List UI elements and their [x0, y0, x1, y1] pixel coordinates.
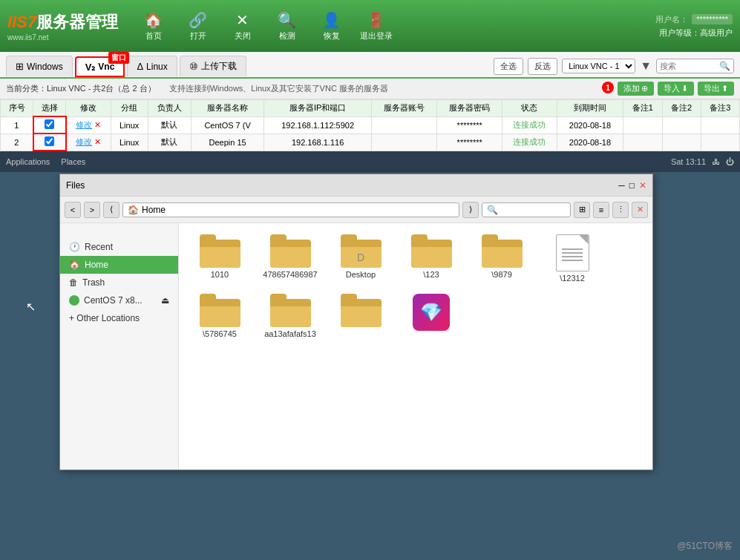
file-item-desktop[interactable]: D Desktop — [331, 234, 390, 283]
tab-upload[interactable]: ⑩ 上传下载 — [180, 56, 246, 76]
export-icon: ⬆ — [721, 84, 728, 93]
logo-cn: 服务器管理 — [36, 13, 118, 31]
file-label-478657: 478657486987 — [263, 270, 317, 279]
tab-linux[interactable]: Δ Linux — [127, 56, 177, 76]
logout-icon: 🚪 — [367, 11, 385, 29]
delete-btn-1[interactable]: ✕ — [94, 137, 101, 146]
delete-btn-0[interactable]: ✕ — [94, 120, 101, 129]
sidebar-item-other[interactable]: + Other Locations — [60, 309, 178, 327]
checkbox-1[interactable] — [45, 136, 54, 146]
linux-icon: Δ — [137, 61, 143, 72]
places-label[interactable]: Places — [61, 157, 85, 166]
user-value: ********** — [692, 14, 733, 24]
nav-detect-button[interactable]: 🔍 检测 — [266, 6, 307, 47]
import-button[interactable]: 导入 ⬇ — [658, 82, 694, 96]
eject-icon[interactable]: ⏏ — [161, 295, 169, 306]
fm-body: 🕐 Recent 🏠 Home 🗑 Trash CentOS 7 x8... — [60, 223, 652, 470]
desktop-d-icon: D — [357, 251, 364, 263]
file-item-9879[interactable]: \9879 — [472, 234, 531, 283]
clock: Sat 13:11 — [671, 157, 706, 166]
nav-left-arrow[interactable]: ⟨ — [103, 202, 119, 218]
sidebar-item-centos[interactable]: CentOS 7 x8... ⏏ — [60, 291, 178, 309]
modify-btn-1[interactable]: 修改 — [76, 137, 92, 146]
fm-search-icon: 🔍 — [487, 205, 498, 215]
sidebar-item-recent[interactable]: 🕐 Recent — [60, 238, 178, 256]
tab-windows[interactable]: ⊞ Windows — [6, 56, 73, 76]
nav-restore-label: 恢复 — [324, 30, 340, 42]
tab-bar: ⊞ Windows V₂ Vnc 窗口 Δ Linux ⑩ 上传下载 全选 反选… — [0, 52, 740, 79]
file-item-123[interactable]: \123 — [402, 234, 461, 283]
table-container: 序号 选择 修改 分组 负责人 服务器名称 服务器IP和端口 服务器账号 服务器… — [0, 99, 740, 151]
fm-grid-icon[interactable]: ⊞ — [574, 202, 590, 218]
fm-location-bar[interactable]: 🏠 Home — [122, 202, 459, 217]
fm-menu-icon[interactable]: ⋮ — [612, 202, 629, 218]
fm-close-btn[interactable]: ✕ — [632, 202, 648, 218]
fm-maximize-icon[interactable]: □ — [629, 180, 635, 191]
add-button[interactable]: 添加 ⊕ — [618, 82, 654, 96]
home-sidebar-label: Home — [85, 260, 108, 270]
fm-content: 1010 478657486987 — [179, 223, 652, 470]
cell-checkbox-0[interactable] — [33, 116, 66, 134]
nav-close-button[interactable]: ✕ 关闭 — [222, 6, 263, 47]
power-icon[interactable]: ⏻ — [726, 157, 734, 166]
fm-list-icon[interactable]: ≡ — [593, 202, 609, 218]
nav-back-button[interactable]: < — [65, 202, 81, 218]
logo-subtitle: www.iis7.net — [7, 33, 118, 42]
add-icon: ⊕ — [641, 84, 648, 93]
checkbox-0[interactable] — [45, 119, 54, 129]
file-item-5786745[interactable]: \5786745 — [190, 294, 249, 338]
cell-account-1 — [372, 134, 437, 151]
cell-note2-0 — [662, 116, 701, 134]
col-no: 序号 — [1, 100, 33, 117]
search-box[interactable]: 🔍 — [656, 59, 734, 73]
fm-search-input[interactable] — [500, 205, 560, 214]
fm-sidebar-section-1 — [60, 232, 178, 238]
logo-area: IIS7服务器管理 www.iis7.net — [7, 11, 118, 42]
file-item-extra1[interactable] — [331, 294, 390, 338]
file-item-478657[interactable]: 478657486987 — [261, 234, 320, 283]
nav-logout-button[interactable]: 🚪 退出登录 — [356, 6, 396, 47]
modify-btn-0[interactable]: 修改 — [76, 120, 92, 129]
file-item-12312[interactable]: \12312 — [543, 234, 602, 283]
dropdown-arrow-icon[interactable]: ▼ — [640, 59, 652, 73]
nav-detect-label: 检测 — [279, 30, 295, 42]
sidebar-item-trash[interactable]: 🗑 Trash — [60, 274, 178, 291]
cell-note2-1 — [662, 134, 701, 151]
filter-dropdown[interactable]: Linux VNC - 1 — [562, 59, 635, 73]
nav-forward-button[interactable]: > — [84, 202, 100, 218]
cell-checkbox-1[interactable] — [33, 134, 66, 151]
applications-label[interactable]: Applications — [6, 157, 50, 166]
file-item-app-icon[interactable]: 💎 — [402, 294, 461, 338]
search-input[interactable] — [660, 62, 719, 70]
vnc-taskbar: Applications Places Sat 13:11 🖧 ⏻ — [0, 151, 740, 172]
nav-restore-button[interactable]: 👤 恢复 — [311, 6, 352, 47]
file-item-aa13[interactable]: aa13afafafs13 — [261, 294, 320, 338]
fm-minimize-icon[interactable]: ─ — [618, 180, 625, 191]
cell-name-1: Deepin 15 — [191, 134, 264, 151]
nav-open-button[interactable]: 🔗 打开 — [177, 6, 218, 47]
col-status: 状态 — [502, 100, 557, 117]
deselect-button[interactable]: 反选 — [528, 58, 557, 75]
nav-home-button[interactable]: 🏠 首页 — [133, 6, 174, 47]
fm-search-box[interactable]: 🔍 — [482, 202, 571, 217]
file-label-12312: \12312 — [560, 274, 585, 283]
tab-vnc[interactable]: V₂ Vnc 窗口 — [75, 56, 125, 77]
fm-close-icon[interactable]: ✕ — [639, 180, 646, 191]
export-button[interactable]: 导出 ⬆ — [698, 82, 734, 96]
cell-status-1: 连接成功 — [502, 134, 557, 151]
sidebar-item-home[interactable]: 🏠 Home — [60, 256, 178, 274]
col-note3: 备注3 — [701, 100, 739, 117]
other-label: + Other Locations — [69, 313, 140, 323]
select-all-button[interactable]: 全选 — [494, 58, 523, 75]
detect-icon: 🔍 — [278, 11, 296, 29]
fm-nav: < > ⟨ 🏠 Home ⟩ 🔍 ⊞ ≡ ⋮ ✕ — [60, 197, 652, 223]
col-select: 选择 — [33, 100, 66, 117]
table-header-row: 序号 选择 修改 分组 负责人 服务器名称 服务器IP和端口 服务器账号 服务器… — [1, 100, 740, 117]
file-label-aa13: aa13afafafs13 — [264, 329, 316, 338]
file-item-1010[interactable]: 1010 — [190, 234, 249, 283]
add-label: 添加 — [623, 83, 640, 94]
fm-titlebar: Files ─ □ ✕ — [60, 174, 652, 197]
nav-right-arrow[interactable]: ⟩ — [462, 202, 479, 218]
cell-ip-1: 192.168.1.116 — [264, 134, 372, 151]
fm-sidebar: 🕐 Recent 🏠 Home 🗑 Trash CentOS 7 x8... — [60, 223, 179, 470]
